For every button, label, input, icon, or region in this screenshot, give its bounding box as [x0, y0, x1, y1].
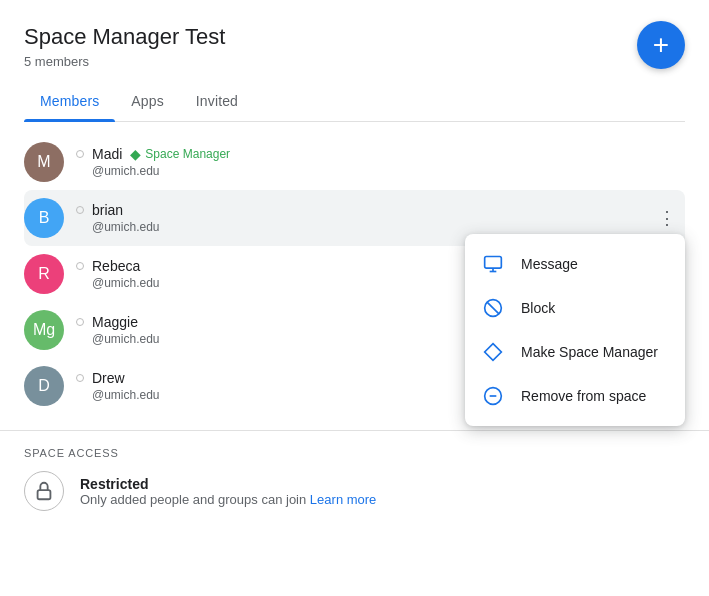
member-info: brian @umich.edu	[76, 202, 649, 234]
avatar: M	[24, 142, 64, 182]
member-name: Maggie	[92, 314, 138, 330]
diamond-icon: ◆	[130, 146, 141, 162]
tab-members[interactable]: Members	[24, 81, 115, 121]
menu-item-remove[interactable]: Remove from space	[465, 374, 685, 418]
plus-icon: +	[653, 31, 669, 59]
more-options-button[interactable]: ⋮	[649, 200, 685, 236]
add-member-button[interactable]: +	[637, 21, 685, 69]
menu-label-remove: Remove from space	[521, 388, 646, 404]
menu-item-message[interactable]: Message	[465, 242, 685, 286]
avatar: B	[24, 198, 64, 238]
member-name: brian	[92, 202, 123, 218]
tab-invited[interactable]: Invited	[180, 81, 254, 121]
space-manager-badge: ◆ Space Manager	[130, 146, 230, 162]
access-row: Restricted Only added people and groups …	[24, 471, 685, 511]
member-name: Madi	[92, 146, 122, 162]
menu-label-block: Block	[521, 300, 555, 316]
status-dot	[76, 206, 84, 214]
context-menu: Message Block	[465, 234, 685, 426]
menu-item-make-space-manager[interactable]: Make Space Manager	[465, 330, 685, 374]
avatar: D	[24, 366, 64, 406]
svg-marker-5	[485, 344, 502, 361]
status-dot	[76, 262, 84, 270]
diamond-icon	[481, 340, 505, 364]
access-description: Only added people and groups can join Le…	[80, 492, 376, 507]
lock-icon	[24, 471, 64, 511]
block-icon	[481, 296, 505, 320]
status-dot	[76, 374, 84, 382]
tab-apps[interactable]: Apps	[115, 81, 179, 121]
member-list: M Madi ◆ Space Manager @umich.edu B	[24, 130, 685, 418]
svg-rect-8	[38, 490, 51, 499]
menu-label-make-space-manager: Make Space Manager	[521, 344, 658, 360]
page-title: Space Manager Test	[24, 24, 685, 50]
member-name: Rebeca	[92, 258, 140, 274]
space-access-label: SPACE ACCESS	[24, 447, 685, 459]
status-dot	[76, 318, 84, 326]
member-email: @umich.edu	[92, 220, 649, 234]
member-name: Drew	[92, 370, 125, 386]
member-info: Madi ◆ Space Manager @umich.edu	[76, 146, 685, 178]
tab-bar: Members Apps Invited	[24, 81, 685, 121]
space-access-section: SPACE ACCESS Restricted Only added peopl…	[0, 431, 709, 535]
status-dot	[76, 150, 84, 158]
remove-circle-icon	[481, 384, 505, 408]
message-icon	[481, 252, 505, 276]
svg-rect-0	[485, 257, 502, 269]
brian-row-wrapper: B brian @umich.edu ⋮	[24, 190, 685, 246]
vertical-dots-icon: ⋮	[658, 207, 676, 229]
avatar: Mg	[24, 310, 64, 350]
member-count: 5 members	[24, 54, 685, 69]
menu-item-block[interactable]: Block	[465, 286, 685, 330]
member-email: @umich.edu	[92, 164, 685, 178]
menu-label-message: Message	[521, 256, 578, 272]
learn-more-link[interactable]: Learn more	[310, 492, 376, 507]
avatar: R	[24, 254, 64, 294]
list-item: M Madi ◆ Space Manager @umich.edu	[24, 134, 685, 190]
access-title: Restricted	[80, 476, 376, 492]
access-info: Restricted Only added people and groups …	[80, 476, 376, 507]
svg-line-4	[487, 302, 499, 314]
